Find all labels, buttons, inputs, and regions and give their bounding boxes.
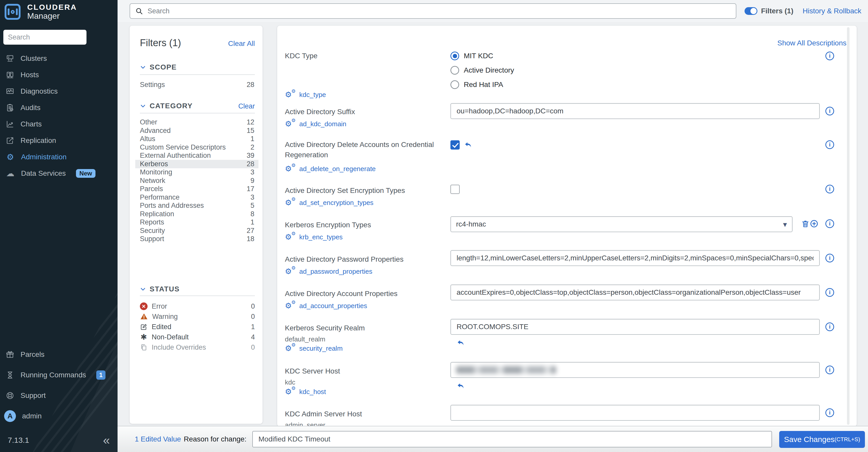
search-input[interactable]	[147, 7, 731, 15]
radio-mit-kdc[interactable]: MIT KDC	[451, 52, 514, 60]
info-icon[interactable]: i	[826, 107, 834, 116]
scope-row-count: 28	[247, 81, 254, 89]
category-row[interactable]: Ports and Addresses5	[135, 201, 258, 210]
status-row-error[interactable]: ✕ Error 0	[140, 302, 255, 311]
filters-toggle[interactable]	[745, 7, 757, 15]
ad-set-enc-checkbox-unchecked[interactable]	[451, 185, 460, 194]
category-row[interactable]: Performance3	[135, 193, 258, 202]
global-search	[130, 3, 736, 19]
cogs-icon: ⚙⚙	[285, 90, 296, 99]
status-row-include-overrides[interactable]: Include Overrides 0	[140, 343, 255, 352]
edited-values-link[interactable]: 1 Edited Value	[135, 435, 181, 443]
sidebar-item-label: Running Commands	[21, 371, 86, 379]
category-clear-link[interactable]: Clear	[238, 102, 255, 110]
property-link-security-realm[interactable]: ⚙⚙ security_realm	[285, 344, 343, 353]
sidebar-item-diagnostics[interactable]: Diagnostics	[0, 83, 118, 100]
kdc-admin-server-host-input[interactable]	[451, 405, 820, 421]
category-row[interactable]: Security27	[135, 227, 258, 235]
ad-suffix-input[interactable]	[451, 103, 820, 119]
collapse-sidebar-icon[interactable]: «	[103, 435, 110, 445]
sidebar-item-replication[interactable]: Replication	[0, 132, 118, 149]
ad-account-props-input[interactable]	[451, 285, 820, 300]
category-row[interactable]: Advanced15	[135, 126, 258, 135]
scope-row-settings[interactable]: Settings 28	[135, 80, 258, 89]
history-rollback-link[interactable]: History & Rollback	[803, 7, 861, 15]
info-icon[interactable]: i	[826, 409, 834, 417]
property-link-kdc-host[interactable]: ⚙⚙ kdc_host	[285, 387, 326, 396]
diagnostics-icon	[6, 87, 14, 96]
sidebar-item-clusters[interactable]: Clusters	[0, 50, 118, 67]
category-section-header[interactable]: CATEGORY	[140, 102, 193, 110]
sidebar-item-support[interactable]: Support	[0, 385, 118, 406]
sidebar-item-administration[interactable]: ⚙ Administration	[0, 149, 118, 165]
status-row-non-default[interactable]: ✱ Non-Default 4	[140, 332, 255, 342]
category-row[interactable]: Reports1	[135, 218, 258, 227]
category-row[interactable]: External Authentication39	[135, 151, 258, 160]
info-icon[interactable]: i	[826, 322, 834, 331]
info-icon[interactable]: i	[826, 288, 834, 297]
add-value-plus-icon[interactable]	[810, 219, 818, 228]
category-row[interactable]: Monitoring3	[135, 168, 258, 176]
status-row-warning[interactable]: Warning 0	[140, 312, 255, 321]
app-logo[interactable]: CLOUDERA Manager	[5, 3, 77, 21]
reason-for-change-input[interactable]	[252, 431, 772, 447]
sidebar-item-running-commands[interactable]: Running Commands 1	[0, 365, 118, 385]
security-realm-input[interactable]	[451, 319, 820, 335]
field-label-kdc-type: KDC Type	[285, 51, 449, 61]
category-row[interactable]: Network9	[135, 176, 258, 185]
category-row[interactable]: Custom Service Descriptors2	[135, 143, 258, 152]
undo-icon[interactable]	[464, 140, 473, 150]
show-all-descriptions-link[interactable]: Show All Descriptions	[777, 39, 846, 47]
radio-active-directory[interactable]: Active Directory	[451, 66, 514, 75]
category-row-kerberos-selected[interactable]: Kerberos28	[135, 160, 258, 168]
ad-delete-checkbox-checked[interactable]	[451, 140, 460, 150]
category-row[interactable]: Replication8	[135, 210, 258, 218]
cogs-icon: ⚙⚙	[285, 164, 296, 173]
sidebar-item-charts[interactable]: Charts	[0, 116, 118, 132]
save-changes-button[interactable]: Save Changes(CTRL+S)	[779, 431, 865, 448]
category-row[interactable]: Parcels17	[135, 185, 258, 193]
info-icon[interactable]: i	[826, 52, 834, 60]
property-link-krb-enc-types[interactable]: ⚙⚙ krb_enc_types	[285, 233, 343, 241]
info-icon[interactable]: i	[826, 140, 834, 149]
cloudera-logo-icon	[5, 4, 21, 20]
field-label-ad-suffix: Active Directory Suffix	[285, 107, 449, 117]
category-row[interactable]: Other12	[135, 118, 258, 126]
property-link-ad-account-properties[interactable]: ⚙⚙ ad_account_properties	[285, 301, 367, 310]
undo-icon[interactable]	[456, 338, 466, 348]
sidebar-item-hosts[interactable]: Hosts	[0, 67, 118, 83]
category-row[interactable]: Altus1	[135, 135, 258, 143]
scrollbar-track[interactable]	[847, 27, 849, 425]
property-link-kdc-type[interactable]: ⚙⚙ kdc_type	[285, 90, 326, 99]
sidebar-item-label: Support	[21, 391, 46, 400]
property-link-ad-password-properties[interactable]: ⚙⚙ ad_password_properties	[285, 267, 372, 276]
sidebar-item-label: Audits	[21, 104, 40, 112]
property-link-ad-set-encryption-types[interactable]: ⚙⚙ ad_set_encryption_types	[285, 198, 373, 207]
trash-icon[interactable]	[801, 219, 810, 228]
sidebar-item-parcels[interactable]: Parcels	[0, 344, 118, 365]
info-icon[interactable]: i	[826, 219, 834, 228]
info-icon[interactable]: i	[826, 254, 834, 262]
cogs-icon: ⚙⚙	[285, 198, 296, 207]
sidebar-item-admin-user[interactable]: A admin	[0, 406, 118, 426]
status-row-edited[interactable]: Edited 1	[140, 322, 255, 331]
undo-icon[interactable]	[456, 382, 466, 391]
hosts-icon	[6, 70, 14, 79]
ad-password-props-input[interactable]	[451, 250, 820, 266]
scope-section-header[interactable]: SCOPE	[140, 63, 177, 71]
krb-enc-types-select[interactable]: rc4-hmac ▾	[451, 216, 793, 232]
clear-all-link[interactable]: Clear All	[228, 39, 255, 48]
sidebar-item-audits[interactable]: Audits	[0, 100, 118, 116]
property-link-ad-kdc-domain[interactable]: ⚙⚙ ad_kdc_domain	[285, 120, 346, 128]
sub-label-kdc: kdc	[285, 378, 295, 386]
info-icon[interactable]: i	[826, 365, 834, 374]
cogs-icon: ⚙⚙	[285, 387, 296, 396]
status-section-header[interactable]: STATUS	[140, 285, 180, 293]
cogs-icon: ⚙⚙	[285, 301, 296, 310]
property-link-ad-delete-on-regenerate[interactable]: ⚙⚙ ad_delete_on_regenerate	[285, 164, 376, 173]
sidebar-item-data-services[interactable]: ☁ Data Services New	[0, 165, 118, 182]
info-icon[interactable]: i	[826, 185, 834, 193]
category-row[interactable]: Support18	[135, 235, 258, 243]
sidebar-search-input[interactable]	[3, 30, 87, 45]
radio-red-hat-ipa[interactable]: Red Hat IPA	[451, 80, 514, 89]
